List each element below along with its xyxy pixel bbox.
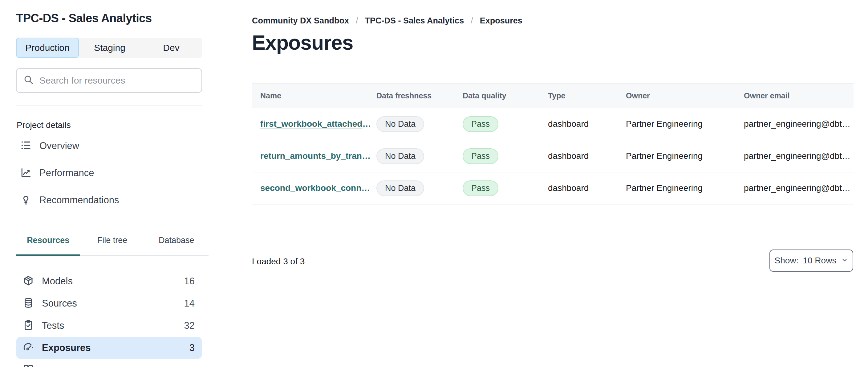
exposure-name-link[interactable]: return_amounts_by_tran… — [260, 151, 371, 161]
sidebar-item-performance[interactable]: Performance — [16, 164, 188, 182]
resource-list: Models 16 Sources 14 — [16, 270, 202, 367]
resource-item-tests[interactable]: Tests 32 — [16, 315, 202, 337]
truncation-ellipsis: … — [362, 151, 371, 161]
column-header-owner-email: Owner email — [744, 91, 854, 100]
sidebar-item-label: Performance — [39, 167, 94, 178]
database-icon — [23, 297, 34, 310]
table-header: Name Data freshness Data quality Type Ow… — [252, 83, 854, 108]
cube-icon — [23, 275, 34, 287]
grid-icon — [23, 364, 34, 367]
breadcrumb-separator: / — [471, 16, 473, 26]
resource-item-label: Exposures — [42, 342, 91, 354]
truncation-ellipsis: … — [361, 183, 370, 193]
clipboard-check-icon — [23, 319, 34, 332]
breadcrumb: Community DX Sandbox / TPC-DS - Sales An… — [252, 16, 522, 26]
owner-email-cell: partner_engineering@dbt… — [744, 183, 854, 193]
resource-count: 14 — [184, 298, 195, 309]
owner-email-cell: partner_engineering@dbt… — [744, 151, 854, 161]
project-title: TPC-DS - Sales Analytics — [16, 12, 152, 25]
main-content: Community DX Sandbox / TPC-DS - Sales An… — [228, 0, 868, 367]
sidebar-item-label: Recommendations — [39, 195, 119, 206]
breadcrumb-account[interactable]: Community DX Sandbox — [252, 16, 349, 26]
column-header-owner: Owner — [626, 91, 744, 100]
column-header-data-freshness: Data freshness — [376, 91, 463, 100]
resource-item-label: Sources — [42, 298, 77, 309]
search-input[interactable] — [39, 75, 195, 86]
resource-item-label: Tests — [42, 320, 64, 331]
sidebar-item-overview[interactable]: Overview — [16, 137, 188, 155]
sidebar-item-label: Overview — [39, 140, 79, 151]
show-value: 10 Rows — [803, 256, 836, 265]
owner-cell: Partner Engineering — [626, 119, 744, 129]
tab-file-tree[interactable]: File tree — [80, 236, 144, 256]
freshness-badge: No Data — [376, 148, 424, 164]
resource-item-label: Models — [42, 276, 73, 287]
table-row: second_workbook_conn… No Data Pass dashb… — [252, 172, 854, 204]
table-row: return_amounts_by_tran… No Data Pass das… — [252, 140, 854, 172]
resource-item-models[interactable]: Models 16 — [16, 270, 202, 292]
list-icon — [20, 140, 31, 152]
sidebar-divider — [16, 105, 202, 106]
lightbulb-icon — [20, 194, 31, 206]
rows-per-page-select[interactable]: Show: 10 Rows — [769, 250, 853, 272]
column-header-name: Name — [260, 91, 376, 100]
breadcrumb-project[interactable]: TPC-DS - Sales Analytics — [365, 16, 464, 26]
exposures-table: Name Data freshness Data quality Type Ow… — [252, 83, 854, 204]
show-label: Show: — [775, 256, 799, 265]
freshness-badge: No Data — [376, 116, 424, 132]
sidebar: TPC-DS - Sales Analytics Production Stag… — [0, 0, 227, 367]
env-tab-dev[interactable]: Dev — [141, 38, 202, 58]
truncation-ellipsis: … — [362, 119, 371, 129]
column-header-type: Type — [548, 91, 626, 100]
freshness-badge: No Data — [376, 180, 424, 196]
gauge-icon — [23, 342, 34, 354]
project-details-label: Project details — [17, 120, 71, 130]
env-tab-production[interactable]: Production — [16, 38, 79, 58]
type-cell: dashboard — [548, 119, 626, 129]
search-icon — [23, 75, 34, 86]
sidebar-item-recommendations[interactable]: Recommendations — [16, 191, 188, 209]
tab-resources[interactable]: Resources — [16, 236, 80, 256]
resource-item-exposures[interactable]: Exposures 3 — [16, 337, 202, 359]
quality-badge: Pass — [463, 116, 498, 132]
resource-item-sources[interactable]: Sources 14 — [16, 292, 202, 315]
resource-count: 16 — [184, 276, 195, 287]
resource-count: 3 — [189, 342, 195, 354]
column-header-data-quality: Data quality — [463, 91, 548, 100]
resource-count: 32 — [184, 320, 195, 331]
owner-cell: Partner Engineering — [626, 151, 744, 161]
owner-cell: Partner Engineering — [626, 183, 744, 193]
breadcrumb-separator: / — [356, 16, 358, 26]
table-row: first_workbook_attached… No Data Pass da… — [252, 108, 854, 140]
page-title: Exposures — [252, 31, 353, 54]
quality-badge: Pass — [463, 148, 498, 164]
owner-email-cell: partner_engineering@dbt… — [744, 119, 854, 129]
quality-badge: Pass — [463, 180, 498, 196]
loaded-status: Loaded 3 of 3 — [252, 257, 305, 266]
tab-database[interactable]: Database — [145, 236, 209, 256]
chevron-down-icon — [841, 256, 848, 265]
resource-view-tabs: Resources File tree Database — [16, 236, 209, 256]
exposure-name-link[interactable]: first_workbook_attached… — [260, 119, 371, 129]
resource-search[interactable] — [16, 68, 202, 93]
env-tab-staging[interactable]: Staging — [79, 38, 141, 58]
breadcrumb-current: Exposures — [480, 16, 522, 26]
chart-line-icon — [20, 167, 31, 179]
type-cell: dashboard — [548, 183, 626, 193]
exposure-name-link[interactable]: second_workbook_conn… — [260, 183, 370, 193]
environment-tabs: Production Staging Dev — [16, 38, 202, 58]
resource-item-partial[interactable] — [16, 359, 202, 367]
type-cell: dashboard — [548, 151, 626, 161]
